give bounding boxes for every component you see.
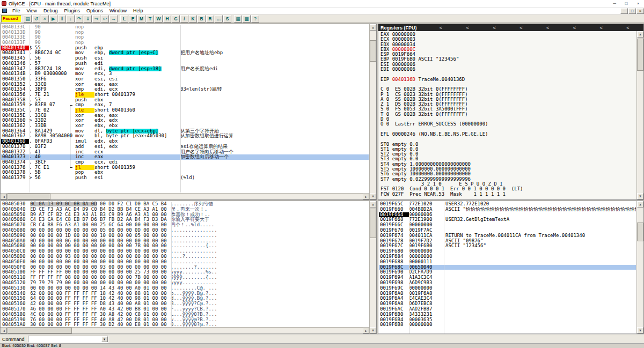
- scroll-left-icon[interactable]: ◀: [1, 194, 7, 199]
- mdi-close-button[interactable]: ×: [636, 8, 644, 14]
- options-button[interactable]: ▦: [234, 15, 242, 23]
- call-stack-button[interactable]: K: [189, 15, 197, 23]
- memory-map-button[interactable]: M: [137, 15, 145, 23]
- stack-pane[interactable]: 0019F65C772E1020USER32.772E10200019F6600…: [378, 201, 644, 334]
- step-over-button[interactable]: ↷: [75, 15, 83, 23]
- menu-item-plugins[interactable]: Plugins: [61, 8, 83, 13]
- stack-row[interactable]: 0019F6700019F7AC: [379, 228, 636, 233]
- appearance-button[interactable]: ▩: [243, 15, 251, 23]
- minimize-button[interactable]: ─: [609, 0, 620, 7]
- disassembly-vertical-scrollbar[interactable]: ▲ ▼: [369, 24, 376, 199]
- disassembly-horizontal-scrollbar[interactable]: ◀ ▶: [1, 193, 369, 199]
- dump-row[interactable]: 004050F000 00 00 00 00 00 00 00 93 00 00…: [1, 265, 369, 270]
- dump-row[interactable]: 0040515064 00 00 00 FF FF FF FF 10 42 40…: [1, 296, 369, 301]
- stack-row[interactable]: 0019F668772E1900USER32.GetDlgItemTextA: [379, 217, 636, 223]
- stack-row[interactable]: 0019F69C00000000: [379, 286, 636, 291]
- scroll-thumb[interactable]: [8, 194, 50, 199]
- register-line[interactable]: ST0 empty 0.0: [380, 142, 636, 147]
- dump-row[interactable]: 0040514062 00 00 00 FF FF FF FF 18 42 40…: [1, 291, 369, 297]
- stack-row[interactable]: 0019F68400000000: [379, 254, 636, 260]
- disasm-row[interactable]: 0040133D 90nop: [1, 30, 369, 35]
- dump-row[interactable]: 0040516042 00 00 00 FF FF FF FF D8 43 40…: [1, 301, 369, 307]
- disasm-row[interactable]: 0040136D. 0FAFD3imuledx, ebx: [1, 139, 369, 144]
- disasm-row[interactable]: 0040133C 90nop: [1, 25, 369, 30]
- threads-button[interactable]: T: [146, 15, 154, 23]
- disasm-row[interactable]: 0040133E 90nop: [1, 35, 369, 40]
- maximize-button[interactable]: □: [620, 0, 632, 7]
- dump-row[interactable]: 004050B000 00 00 00 00 00 00 00 00 00 00…: [1, 243, 369, 249]
- disasm-row[interactable]: 00401373. 40inceax加密数组向后移动一个: [1, 154, 369, 160]
- register-line[interactable]: ST6 empty 10000000.000000000000: [380, 172, 636, 176]
- dump-row[interactable]: 0040512079 79 79 79 00 00 00 00 00 00 00…: [1, 280, 369, 286]
- dump-row[interactable]: 004050300C 0A 13 09 0C 0B 0A 0D 00 D0 F2…: [1, 202, 369, 207]
- registers-vertical-scrollbar[interactable]: ▲ ▼: [636, 31, 643, 199]
- disasm-row[interactable]: 0040133F 90nop: [1, 40, 369, 46]
- menu-item-help[interactable]: Help: [130, 8, 147, 13]
- scroll-thumb[interactable]: [637, 223, 643, 241]
- dump-row[interactable]: 0040513000 00 00 00 00 00 00 00 14 43 40…: [1, 286, 369, 291]
- stack-row[interactable]: 0019F65C772E1020USER32.772E1020: [379, 202, 636, 207]
- pause-button[interactable]: ‖: [58, 15, 66, 23]
- stack-row[interactable]: 0019F6A8D6D7EBC8: [379, 301, 636, 307]
- register-line[interactable]: P 1 CS 0023 32bit 0(FFFFFFFF): [380, 92, 636, 97]
- windows-button[interactable]: W: [155, 15, 163, 23]
- register-line[interactable]: ST7 empty 0.0229999999999999996: [380, 177, 636, 182]
- dump-row[interactable]: 004050D000 00 00 00 93 00 00 00 00 00 00…: [1, 254, 369, 260]
- register-line[interactable]: ST2 empty 0.0: [380, 152, 636, 157]
- register-line[interactable]: D 0: [380, 117, 636, 122]
- disasm-row[interactable]: 00401372. 41incecx用户名字符向后移动一个: [1, 150, 369, 155]
- patches-button[interactable]: /: [180, 15, 188, 23]
- stack-row[interactable]: 0019F694A1A3C3C4: [379, 275, 636, 280]
- register-line[interactable]: ECX 00000003: [380, 37, 636, 42]
- disasm-row[interactable]: 00401350. 33F6xoresi, esi: [1, 77, 369, 82]
- register-line[interactable]: ST5 empty 10000000.000000000000: [380, 167, 636, 172]
- mdi-minimize-button[interactable]: ─: [620, 8, 628, 14]
- breakpoints-button[interactable]: B: [197, 15, 206, 23]
- register-line[interactable]: ST4 empty 1.0000000000000000000: [380, 162, 636, 167]
- step-into-button[interactable]: ↓: [67, 15, 75, 23]
- run-trace-button[interactable]: ...: [215, 15, 223, 23]
- register-line[interactable]: FST 0120 Cond 0 0 0 1 Err 0 0 1 0 0 0 0 …: [380, 187, 636, 191]
- register-line[interactable]: [380, 82, 636, 87]
- register-line[interactable]: ST1 empty 0.0: [380, 147, 636, 152]
- register-line[interactable]: ESI 00000006: [380, 62, 636, 67]
- register-line[interactable]: ST3 empty 0.0: [380, 157, 636, 161]
- dump-vertical-scrollbar[interactable]: ▲ ▼: [369, 201, 376, 334]
- disasm-row[interactable]: 00401345. 56pushesi: [1, 56, 369, 61]
- cpu-window-button[interactable]: C: [172, 15, 180, 23]
- stack-row[interactable]: 0019F660004B0D2AASCII "恰恰恰恰恰恰恰恰恰恰恰恰恰恰恰恰恰…: [379, 207, 636, 212]
- run-button[interactable]: ▶: [49, 15, 57, 23]
- scroll-thumb[interactable]: [370, 209, 376, 238]
- dump-row[interactable]: 004050C000 00 00 00 00 00 00 00 00 00 00…: [1, 249, 369, 254]
- dump-row[interactable]: 004051804C 00 00 00 FF FF FF FF 30 A8 42…: [1, 312, 369, 317]
- stack-row[interactable]: 0019F690D2CFA7D9: [379, 270, 636, 275]
- register-line[interactable]: O 0 LastErr ERROR_SUCCESS (00000000): [380, 122, 636, 127]
- register-line[interactable]: EBX 0000000C: [380, 47, 636, 52]
- stack-row[interactable]: 0019F68000000000: [379, 249, 636, 254]
- dump-row[interactable]: 004050E000 00 00 00 00 00 00 00 00 00 00…: [1, 260, 369, 265]
- disasm-row[interactable]: 00401376. 7C E1jlshort 00401359: [1, 165, 369, 171]
- scroll-thumb[interactable]: [370, 40, 376, 62]
- menu-item-window[interactable]: Window: [106, 8, 130, 13]
- register-line[interactable]: FCW 027F Prec NEAR,53 Mask 1 1 1 1 1 1: [380, 192, 636, 197]
- stack-row[interactable]: 0019F6B034333231: [379, 312, 636, 317]
- stack-row[interactable]: 0019F68C00650040: [379, 265, 636, 270]
- disasm-row[interactable]: 00401378. 5Bpopebx: [1, 170, 369, 175]
- register-line[interactable]: EDI 00000006: [380, 67, 636, 72]
- stack-row[interactable]: 0019F6ACAAD2FBB7: [379, 307, 636, 312]
- handles-button[interactable]: H: [163, 15, 171, 23]
- log-window-button[interactable]: L: [120, 15, 128, 23]
- stack-row[interactable]: 0019F6B800000000: [379, 322, 636, 328]
- disasm-row[interactable]: 00401340$ 55pushebp: [1, 46, 369, 51]
- register-line[interactable]: [380, 137, 636, 142]
- register-line[interactable]: EDX 00000034: [380, 42, 636, 47]
- register-line[interactable]: [380, 72, 636, 77]
- register-line[interactable]: T 0 GS 002B 32bit 0(FFFFFFFF): [380, 112, 636, 117]
- menu-item-file[interactable]: File: [9, 8, 24, 13]
- disasm-row[interactable]: 00401356. 7E 21jleshort 00401379: [1, 92, 369, 98]
- dump-row[interactable]: 00405050B9 A7 CF B2 C4 E3 A3 A1 B3 C9 B9…: [1, 212, 369, 218]
- disasm-row[interactable]: 00401354. 3BF9cmpedi, ecx03<len(str)跳转: [1, 87, 369, 92]
- dump-row[interactable]: 0040508000 00 00 00 00 00 00 00 05 00 00…: [1, 228, 369, 233]
- help-button[interactable]: ?: [251, 15, 259, 23]
- scroll-up-icon[interactable]: ▲: [370, 201, 376, 208]
